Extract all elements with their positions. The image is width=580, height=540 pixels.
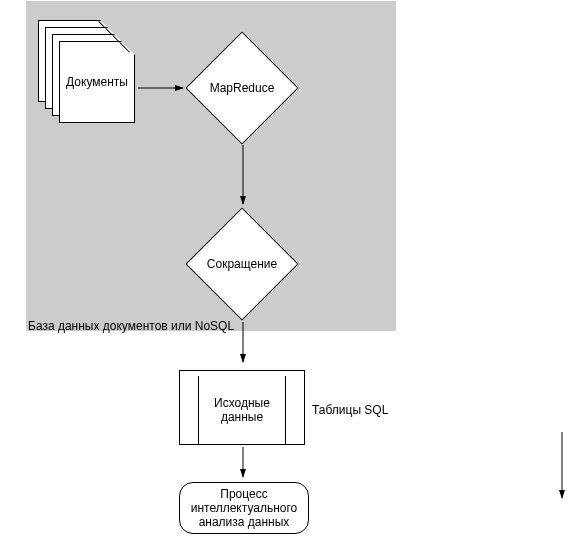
arrows-layer: [0, 0, 580, 540]
